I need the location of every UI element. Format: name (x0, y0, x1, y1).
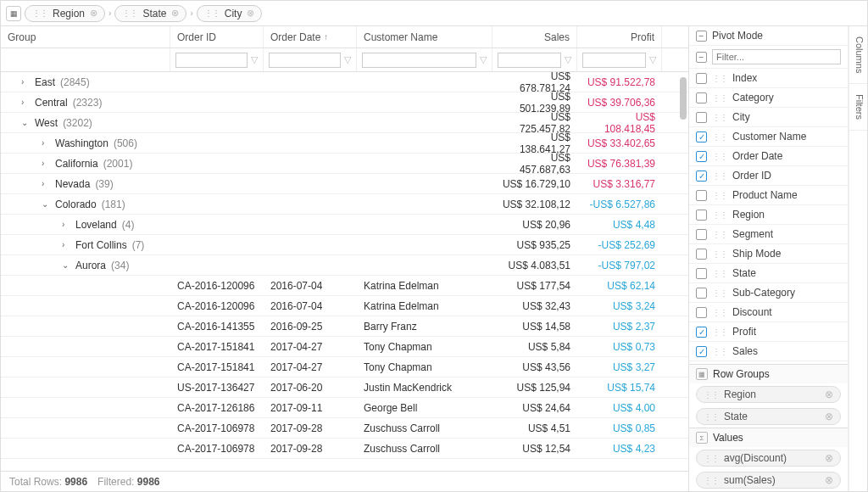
table-row[interactable]: US-2017-1364272017-06-20Justin MacKendri… (1, 377, 688, 398)
funnel-icon[interactable]: ▽ (649, 54, 656, 65)
drag-handle-icon[interactable]: ⋮⋮ (704, 412, 719, 422)
checkbox[interactable] (696, 73, 707, 84)
table-row[interactable]: CA-2017-1518412017-04-27Tony ChapmanUS$ … (1, 337, 688, 357)
chevron-down-icon[interactable]: ⌄ (62, 260, 70, 270)
column-field-item[interactable]: ✓⋮⋮Customer Name (689, 127, 848, 147)
scrollbar-thumb[interactable] (680, 77, 687, 120)
checkbox[interactable] (696, 229, 707, 240)
checkbox[interactable]: ✓ (696, 346, 707, 357)
funnel-icon[interactable]: ▽ (565, 54, 571, 65)
row-group-pill[interactable]: ⋮⋮Region⊗ (696, 386, 841, 403)
drag-handle-icon[interactable]: ⋮⋮ (712, 230, 727, 239)
column-field-item[interactable]: ⋮⋮Discount (689, 303, 848, 322)
table-row[interactable]: CA-2017-1069782017-09-28Zuschuss Carroll… (1, 439, 688, 459)
group-row[interactable]: ›Washington (506)US$ 138.641,27US$ 33.40… (1, 133, 688, 154)
drag-handle-icon[interactable]: ⋮⋮ (712, 132, 727, 142)
drag-handle-icon[interactable]: ⋮⋮ (704, 390, 719, 400)
group-row[interactable]: ⌄Colorado (181)US$ 32.108,12-US$ 6.527,8… (1, 194, 688, 215)
chevron-right-icon[interactable]: › (21, 77, 30, 87)
checkbox[interactable] (696, 210, 707, 221)
close-icon[interactable]: ⊗ (825, 411, 833, 422)
close-icon[interactable]: ⊗ (171, 8, 179, 19)
chevron-down-icon[interactable]: ⌄ (21, 118, 30, 127)
grid-body[interactable]: ›East (2845)US$ 678.781,24US$ 91.522,78›… (1, 72, 688, 471)
row-groups-list[interactable]: ⋮⋮Region⊗⋮⋮State⊗ (689, 383, 848, 428)
chevron-right-icon[interactable]: › (42, 138, 50, 148)
checkbox[interactable] (696, 288, 707, 299)
values-header[interactable]: Σ Values (689, 428, 848, 447)
chevron-right-icon[interactable]: › (21, 98, 30, 107)
chevron-right-icon[interactable]: › (42, 159, 50, 168)
drag-handle-icon[interactable]: ⋮⋮ (712, 210, 727, 220)
drag-handle-icon[interactable]: ⋮⋮ (704, 476, 719, 485)
column-field-item[interactable]: ✓⋮⋮Order Date (689, 147, 848, 166)
group-row[interactable]: ›Fort Collins (7)US$ 935,25-US$ 252,69 (1, 235, 688, 255)
table-row[interactable]: CA-2017-1518412017-04-27Tony ChapmanUS$ … (1, 357, 688, 377)
group-row[interactable]: ›Loveland (4)US$ 20,96US$ 4,48 (1, 215, 688, 235)
filter-input-sales[interactable] (498, 53, 561, 68)
drag-handle-icon[interactable]: ⋮⋮ (704, 454, 719, 463)
filter-input-customer[interactable] (362, 53, 476, 68)
scrollbar[interactable] (678, 72, 688, 471)
checkbox[interactable] (696, 307, 707, 318)
drag-handle-icon[interactable]: ⋮⋮ (712, 113, 727, 122)
tab-filters[interactable]: Filters (849, 84, 867, 131)
checkbox[interactable]: ✓ (696, 131, 707, 143)
row-groups-header[interactable]: ▦ Row Groups (689, 365, 848, 383)
drag-handle-icon[interactable]: ⋮⋮ (712, 191, 727, 200)
column-field-item[interactable]: ✓⋮⋮Order ID (689, 166, 848, 186)
breadcrumb-chip-region[interactable]: ⋮⋮ Region ⊗ (25, 5, 105, 22)
drag-handle-icon[interactable]: ⋮⋮ (712, 249, 727, 259)
column-field-item[interactable]: ⋮⋮Category (689, 88, 848, 108)
table-row[interactable]: CA-2016-1200962016-07-04Katrina EdelmanU… (1, 276, 688, 296)
row-group-pill[interactable]: ⋮⋮State⊗ (696, 408, 841, 425)
table-row[interactable]: CA-2016-1413552016-09-25Barry FranzUS$ 1… (1, 316, 688, 337)
close-icon[interactable]: ⊗ (825, 474, 833, 486)
checkbox[interactable]: ✓ (696, 151, 707, 162)
tab-columns[interactable]: Columns (849, 26, 867, 84)
column-field-item[interactable]: ⋮⋮Sub-Category (689, 283, 848, 303)
checkbox[interactable]: ✓ (696, 327, 707, 338)
values-list[interactable]: ⋮⋮avg(Discount)⊗⋮⋮sum(Sales)⊗ (689, 447, 848, 491)
columns-list[interactable]: ⋮⋮Index⋮⋮Category⋮⋮City✓⋮⋮Customer Name✓… (689, 69, 848, 364)
column-field-item[interactable]: ✓⋮⋮Sales (689, 342, 848, 361)
funnel-icon[interactable]: ▽ (251, 54, 258, 65)
drag-handle-icon[interactable]: ⋮⋮ (712, 74, 727, 83)
filter-input-order-id[interactable] (175, 53, 248, 68)
pivot-mode-row[interactable]: − Pivot Mode (689, 26, 848, 46)
col-header-order-date[interactable]: Order Date↑ (264, 26, 357, 48)
close-icon[interactable]: ⊗ (247, 8, 254, 19)
group-row[interactable]: ⌄West (3202)US$ 725.457,82US$ 108.418,45 (1, 113, 688, 133)
collapse-icon[interactable]: − (696, 52, 707, 63)
breadcrumb-chip-city[interactable]: ⋮⋮ City ⊗ (197, 5, 263, 22)
chevron-right-icon[interactable]: › (62, 240, 70, 249)
col-header-sales[interactable]: Sales (492, 26, 577, 48)
col-header-group[interactable]: Group (1, 26, 170, 48)
column-field-item[interactable]: ✓⋮⋮Profit (689, 322, 848, 342)
close-icon[interactable]: ⊗ (825, 452, 833, 464)
group-row[interactable]: ›Central (2323)US$ 501.239,89US$ 39.706,… (1, 92, 688, 113)
close-icon[interactable]: ⊗ (90, 8, 97, 19)
drag-handle-icon[interactable]: ⋮⋮ (712, 308, 727, 317)
group-row[interactable]: ⌄Aurora (34)US$ 4.083,51-US$ 797,02 (1, 255, 688, 276)
collapse-icon[interactable]: − (696, 31, 707, 42)
drag-handle-icon[interactable]: ⋮⋮ (712, 327, 727, 337)
value-pill[interactable]: ⋮⋮sum(Sales)⊗ (696, 472, 841, 489)
chevron-right-icon[interactable]: › (42, 179, 50, 188)
column-field-item[interactable]: ⋮⋮Ship Mode (689, 244, 848, 264)
checkbox[interactable] (696, 249, 707, 260)
table-row[interactable]: CA-2017-1261862017-09-11George BellUS$ 2… (1, 398, 688, 418)
group-row[interactable]: ›East (2845)US$ 678.781,24US$ 91.522,78 (1, 72, 688, 92)
drag-handle-icon[interactable]: ⋮⋮ (712, 288, 727, 298)
table-row[interactable]: CA-2017-1069782017-09-28Zuschuss Carroll… (1, 418, 688, 439)
column-field-item[interactable]: ⋮⋮Segment (689, 225, 848, 244)
column-filter-input[interactable] (712, 49, 841, 64)
group-row[interactable]: ›California (2001)US$ 457.687,63US$ 76.3… (1, 154, 688, 174)
column-field-item[interactable]: ⋮⋮State (689, 264, 848, 283)
close-icon[interactable]: ⊗ (825, 389, 833, 400)
drag-handle-icon[interactable]: ⋮⋮ (712, 347, 727, 356)
checkbox[interactable]: ✓ (696, 171, 707, 182)
drag-handle-icon[interactable]: ⋮⋮ (712, 171, 727, 181)
checkbox[interactable] (696, 268, 707, 279)
value-pill[interactable]: ⋮⋮avg(Discount)⊗ (696, 450, 841, 467)
